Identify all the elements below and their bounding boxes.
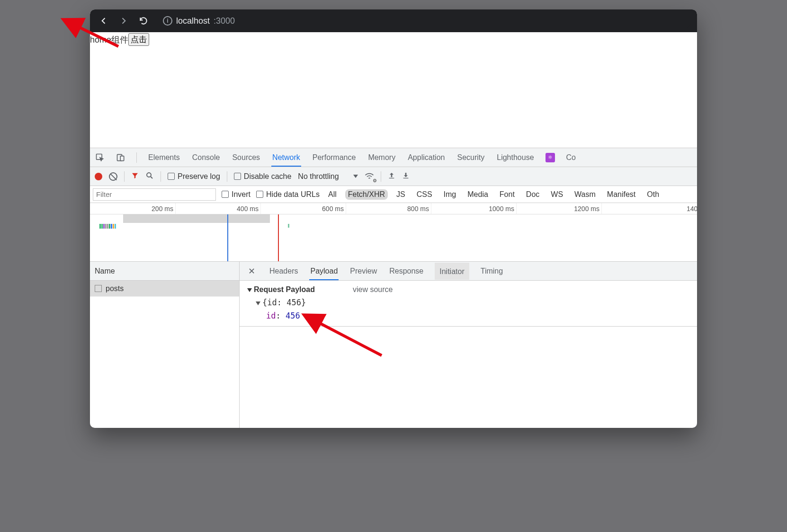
browser-navbar: i localhost:3000: [90, 9, 697, 32]
hide-data-urls-checkbox[interactable]: Hide data URLs: [256, 190, 320, 199]
detail-tab-timing[interactable]: Timing: [480, 262, 504, 280]
payload-value: 456: [286, 311, 300, 320]
caret-down-icon: [247, 288, 252, 292]
network-filter-bar: Invert Hide data URLs All Fetch/XHR JS C…: [90, 186, 697, 203]
svg-rect-2: [120, 156, 124, 160]
detail-tab-response[interactable]: Response: [388, 262, 424, 280]
network-toolbar: Preserve log Disable cache No throttling…: [90, 167, 697, 186]
network-timeline[interactable]: 200 ms 400 ms 600 ms 800 ms 1000 ms 1200…: [90, 203, 697, 262]
filter-type-wasm[interactable]: Wasm: [572, 189, 599, 200]
filter-type-manifest[interactable]: Manifest: [604, 189, 638, 200]
detail-tab-payload[interactable]: Payload: [309, 262, 339, 280]
filter-type-other[interactable]: Oth: [644, 189, 662, 200]
reload-button[interactable]: [135, 13, 152, 29]
filter-input[interactable]: [93, 188, 216, 201]
tab-memory[interactable]: Memory: [367, 149, 396, 167]
filter-type-doc[interactable]: Doc: [523, 189, 542, 200]
request-list-header[interactable]: Name: [90, 262, 239, 281]
record-button[interactable]: [95, 173, 102, 180]
payload-object-toggle[interactable]: {id: 456}: [247, 298, 689, 307]
request-list: Name posts: [90, 262, 240, 428]
timeline-tick: 400 ms: [237, 205, 260, 213]
upload-icon[interactable]: [388, 172, 395, 181]
timeline-tick: 1400: [687, 205, 697, 213]
address-bar[interactable]: i localhost:3000: [158, 13, 691, 29]
download-icon[interactable]: [402, 172, 410, 181]
tab-lighthouse[interactable]: Lighthouse: [496, 149, 535, 167]
site-info-icon[interactable]: i: [163, 16, 172, 26]
inspect-element-icon[interactable]: [95, 152, 105, 163]
filter-type-all[interactable]: All: [325, 189, 340, 200]
tab-performance[interactable]: Performance: [312, 149, 357, 167]
timeline-selection[interactable]: [123, 214, 270, 223]
tab-security[interactable]: Security: [456, 149, 485, 167]
filter-type-css[interactable]: CSS: [414, 189, 435, 200]
separator: [381, 171, 381, 182]
detail-tab-preview[interactable]: Preview: [349, 262, 378, 280]
svg-point-3: [147, 173, 151, 177]
filter-icon[interactable]: [131, 172, 139, 181]
payload-section-title: Request Payload: [254, 285, 315, 293]
close-detail-button[interactable]: ✕: [245, 266, 258, 276]
request-name: posts: [106, 284, 124, 293]
request-row-posts[interactable]: posts: [90, 281, 239, 297]
timeline-tick: 600 ms: [322, 205, 346, 213]
separator: [227, 171, 227, 182]
timeline-activity: [99, 224, 116, 229]
preserve-log-label: Preserve log: [178, 172, 220, 181]
hide-data-urls-label: Hide data URLs: [266, 190, 320, 199]
react-devtools-icon[interactable]: ⚛: [546, 153, 555, 162]
tab-console[interactable]: Console: [191, 149, 221, 167]
file-icon: [95, 285, 102, 292]
tab-sources[interactable]: Sources: [231, 149, 261, 167]
tab-network[interactable]: Network: [271, 149, 301, 167]
device-toolbar-icon[interactable]: [116, 152, 126, 163]
forward-button[interactable]: [116, 13, 132, 29]
detail-tab-initiator[interactable]: Initiator: [435, 263, 469, 280]
filter-type-ws[interactable]: WS: [548, 189, 566, 200]
payload-key-value: id: 456: [247, 311, 689, 320]
filter-type-media[interactable]: Media: [465, 189, 491, 200]
payload-key: id: [266, 311, 276, 320]
filter-type-js[interactable]: JS: [394, 189, 408, 200]
view-source-link[interactable]: view source: [353, 285, 393, 294]
search-icon[interactable]: [145, 171, 154, 182]
url-host: localhost: [176, 16, 210, 26]
clear-button[interactable]: [109, 172, 117, 181]
detail-tabstrip: ✕ Headers Payload Preview Response Initi…: [240, 262, 697, 281]
filter-type-img[interactable]: Img: [441, 189, 459, 200]
separator: [136, 152, 137, 163]
invert-label: Invert: [232, 190, 250, 199]
caret-down-icon: [256, 301, 260, 305]
request-detail: ✕ Headers Payload Preview Response Initi…: [240, 262, 697, 428]
timeline-activity: [288, 224, 289, 228]
click-button[interactable]: 点击: [128, 33, 149, 46]
preserve-log-checkbox[interactable]: Preserve log: [168, 172, 220, 181]
tab-application[interactable]: Application: [407, 149, 446, 167]
devtools-panel: Elements Console Sources Network Perform…: [90, 148, 697, 428]
back-button[interactable]: [96, 13, 112, 29]
detail-tab-headers[interactable]: Headers: [268, 262, 299, 280]
invert-checkbox[interactable]: Invert: [222, 190, 250, 199]
timeline-tick: 200 ms: [152, 205, 175, 213]
timeline-tick: 1000 ms: [489, 205, 516, 213]
network-content: Name posts ✕ Headers Payload Preview Res…: [90, 262, 697, 428]
payload-section-toggle[interactable]: Request Payload: [247, 285, 315, 294]
page-viewport: home组件 点击: [90, 32, 697, 148]
disable-cache-checkbox[interactable]: Disable cache: [234, 172, 292, 181]
devtools-tabstrip: Elements Console Sources Network Perform…: [90, 148, 697, 167]
separator: [161, 171, 161, 182]
throttling-label: No throttling: [298, 172, 339, 181]
separator: [124, 171, 125, 182]
filter-type-fetch-xhr[interactable]: Fetch/XHR: [345, 189, 388, 200]
network-conditions-icon[interactable]: ⚙: [365, 172, 374, 181]
throttling-select[interactable]: No throttling: [298, 172, 358, 181]
filter-type-font[interactable]: Font: [497, 189, 518, 200]
timeline-tick: 1200 ms: [574, 205, 601, 213]
tab-components[interactable]: Co: [565, 149, 577, 167]
chevron-down-icon: [353, 175, 358, 178]
tab-elements[interactable]: Elements: [147, 149, 181, 167]
load-event-line: [278, 214, 279, 261]
browser-window: i localhost:3000 home组件 点击 Elements Cons…: [90, 9, 697, 428]
timeline-tick: 800 ms: [407, 205, 431, 213]
